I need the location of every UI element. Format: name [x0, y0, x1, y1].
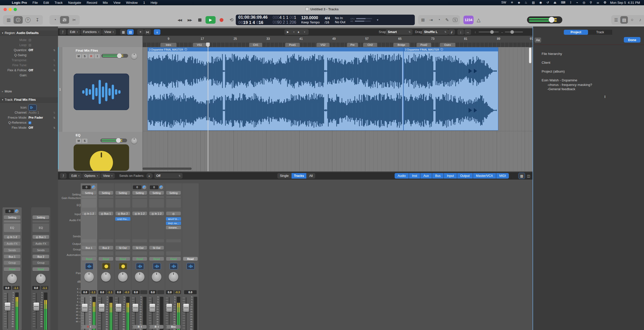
sends-on-faders-power-button[interactable]: ◐: [146, 173, 153, 179]
marker-pre[interactable]: Pre: [347, 43, 358, 47]
record-button[interactable]: [217, 16, 226, 24]
param-row-q-reference[interactable]: Q-Reference:✓: [0, 120, 58, 125]
setting-button[interactable]: Setting: [149, 191, 164, 195]
param-row-finetune[interactable]: Fine Tune:⇅: [0, 63, 58, 68]
setting-button[interactable]: Setting: [99, 191, 113, 195]
menu-item-file[interactable]: File: [30, 0, 41, 5]
track-name[interactable]: Final Mix Files: [76, 49, 98, 52]
input-button[interactable]: ◎In 1-2: [82, 212, 96, 215]
fader-cap[interactable]: [82, 304, 87, 312]
autopunch-button[interactable]: ⊠: [419, 16, 427, 24]
record-enable-button[interactable]: R: [155, 325, 156, 328]
mixer-options-menu[interactable]: Options▾: [82, 173, 100, 179]
setting-button[interactable]: Setting: [115, 191, 130, 195]
mixer-back-button[interactable]: ⤴: [60, 173, 67, 179]
sends-slot[interactable]: [82, 239, 96, 242]
track-inspector-header[interactable]: ▾ Track: Final Mix Files: [0, 97, 60, 103]
input-monitor-button[interactable]: I: [141, 325, 142, 328]
vertical-scrollbar[interactable]: [529, 48, 531, 63]
single-window-view-button[interactable]: ▥: [518, 173, 525, 179]
audio-region-2[interactable]: 3 Dopamine FINAL MASTERⓘ: [403, 47, 498, 130]
gain-value[interactable]: 0: [5, 209, 14, 213]
track-icon-knob-tile[interactable]: [74, 144, 129, 171]
param-row-transpose[interactable]: Transpose:⇅: [0, 58, 58, 63]
gain-value[interactable]: 0: [82, 185, 91, 189]
toolbar-toggle-button[interactable]: ↧: [33, 16, 42, 24]
waveform-zoom-button[interactable]: ᚋ: [448, 29, 455, 35]
stepper-icon[interactable]: ⇅: [53, 49, 55, 52]
siri-icon[interactable]: ❂: [601, 0, 608, 5]
cycle-button[interactable]: ⟲: [227, 16, 236, 24]
gain-knob-icon[interactable]: [159, 185, 163, 189]
count-in-button[interactable]: 1234: [463, 16, 474, 24]
eq-thumbnail[interactable]: [166, 199, 181, 208]
low-latency-button[interactable]: ⇥: [427, 16, 435, 24]
pan-knob[interactable]: [84, 272, 94, 282]
automation-mode-button[interactable]: Read: [115, 257, 130, 261]
library-toggle-button[interactable]: ▥: [4, 16, 13, 24]
setting-button[interactable]: Setting: [33, 215, 49, 219]
filter-inst[interactable]: Inst: [409, 173, 420, 179]
param-row-mute[interactable]: Mute:: [0, 38, 58, 43]
sends-slot[interactable]: [132, 239, 147, 242]
marker-vs2[interactable]: VS2: [316, 43, 330, 47]
track-header-1[interactable]: 1Final Mix FilesMSRI: [58, 47, 142, 132]
track-pan-knob[interactable]: [131, 53, 137, 59]
quick-help-button[interactable]: ?: [23, 16, 32, 24]
control-center-icon[interactable]: ⚌: [594, 0, 602, 5]
horizontal-scrollbar[interactable]: [142, 168, 192, 170]
gain-knob-icon[interactable]: [142, 185, 146, 189]
filter-master-vca[interactable]: Master/VCA: [473, 173, 496, 179]
mixer-mode-single[interactable]: Single: [277, 173, 291, 179]
settings-burst-icon[interactable]: ✳: [508, 0, 515, 5]
group-slot[interactable]: Group: [4, 261, 20, 265]
eq-thumbnail[interactable]: [149, 199, 164, 208]
sends-on-faders-select[interactable]: Off⇅: [154, 173, 183, 179]
clock-icon-tile[interactable]: [119, 263, 127, 270]
marker-post2[interactable]: Post2: [417, 43, 431, 47]
automation-mode-button[interactable]: Read: [82, 257, 96, 261]
pan-knob[interactable]: [152, 272, 161, 282]
tuner-button[interactable]: ◔: [435, 16, 443, 24]
gain-value[interactable]: 0: [150, 185, 158, 189]
sends-slot[interactable]: Sends: [4, 248, 20, 252]
mixer-mode-all[interactable]: All: [307, 173, 315, 179]
checkbox-checked[interactable]: ✓: [28, 121, 31, 124]
flex-button[interactable]: ⋈: [144, 29, 151, 35]
input-button[interactable]: ◎Bus 1: [33, 235, 49, 239]
waveform-icon-tile[interactable]: [136, 263, 144, 270]
stepper-icon[interactable]: ⇅: [53, 111, 55, 114]
volume-knob[interactable]: [117, 53, 122, 58]
volume-db-value[interactable]: 0.0: [32, 286, 40, 290]
fader-cap[interactable]: [116, 304, 121, 312]
sends-slot[interactable]: [99, 239, 113, 242]
fader-cap[interactable]: [99, 304, 104, 312]
master-volume-slider[interactable]: [527, 16, 562, 23]
region-inspector-header[interactable]: ▾ Region: Audio Defaults: [0, 30, 60, 36]
hide-automation-button[interactable]: ⤴: [60, 29, 66, 35]
region-more-row[interactable]: ▸ More: [0, 89, 58, 94]
eq-thumbnail[interactable]: [115, 199, 130, 208]
vertical-zoom-knob[interactable]: [490, 30, 494, 34]
automation-mode-button[interactable]: Read: [33, 267, 49, 271]
channel-strip-2[interactable]: Setting◎Bus 1Bus 2Read0.0-1.10-3-6-9-12-…: [98, 183, 114, 330]
channel-strip-6[interactable]: Setting◎MAAT D...PAZ- An...Sonarw...Read…: [165, 183, 182, 330]
inspector-strip-2[interactable]: SettingEQ◎Bus 1Audio FXSendsBus 2GroupRe…: [31, 207, 50, 330]
menu-bar-clock[interactable]: Mon Sep 5 4:31 PM: [608, 1, 641, 5]
marker-ch2[interactable]: CH2: [363, 43, 377, 47]
tracks-view-menu[interactable]: View▾: [102, 29, 116, 35]
flame-icon[interactable]: ♨: [522, 0, 530, 5]
eject-icon[interactable]: ⏏: [551, 0, 559, 5]
solo-button[interactable]: S: [82, 54, 88, 59]
menu-item-record[interactable]: Record: [84, 0, 100, 5]
param-value[interactable]: Audio 1: [28, 111, 39, 114]
notes-tab-project[interactable]: Project: [564, 30, 588, 35]
marker-vs1[interactable]: VS1: [193, 43, 206, 47]
volume-db-value[interactable]: 0.0: [4, 286, 11, 290]
volume-knob[interactable]: [116, 138, 121, 143]
clock-icon-tile[interactable]: [102, 263, 110, 270]
output-button[interactable]: Bus 1: [4, 255, 20, 258]
input-monitor-button[interactable]: I: [158, 325, 159, 328]
project-notes-text[interactable]: File hierarchy Client Project (album) Eo…: [542, 52, 637, 91]
waveform-icon-tile[interactable]: [85, 263, 93, 270]
